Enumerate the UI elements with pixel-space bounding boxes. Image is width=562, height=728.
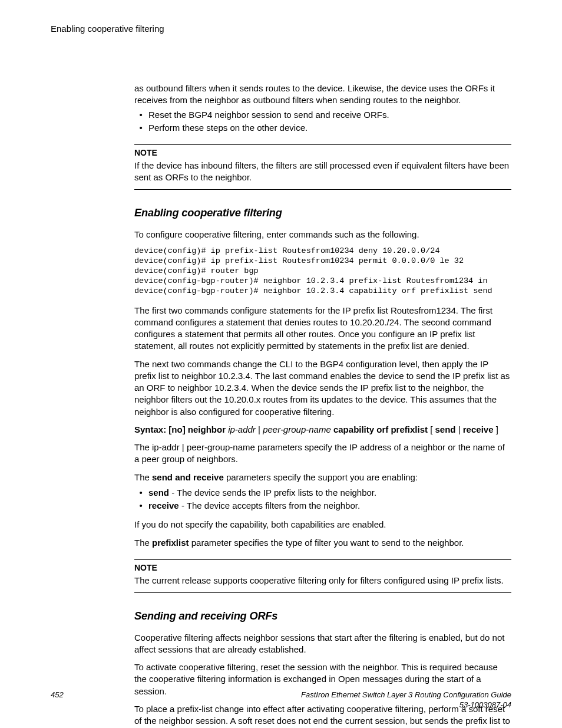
page-footer: 452 FastIron Ethernet Switch Layer 3 Rou…	[51, 690, 511, 710]
list-item: Reset the BGP4 neighbor session to send …	[147, 109, 511, 121]
syntax-bracket: ]	[496, 424, 498, 434]
syntax-arg: peer-group-name	[263, 424, 331, 434]
page-number: 452	[51, 690, 64, 699]
bold-term: send	[148, 487, 169, 498]
text: The	[134, 472, 152, 482]
text: - The device sends the IP prefix lists t…	[169, 487, 376, 498]
section-heading-sending: Sending and receiving ORFs	[134, 608, 496, 624]
section1-p5: If you do not specify the capability, bo…	[134, 519, 511, 531]
text: parameters specify the support you are e…	[224, 472, 418, 482]
syntax-arg: ip-addr	[228, 424, 256, 434]
note-body: If the device has inbound filters, the f…	[134, 160, 511, 184]
continued-paragraph: as outbound filters when it sends routes…	[134, 83, 511, 107]
list-item: Perform these steps on the other device.	[147, 122, 511, 134]
section-heading-enabling: Enabling cooperative filtering	[134, 205, 496, 220]
text: The	[134, 538, 152, 548]
note-rule-top	[134, 144, 511, 145]
syntax-kw: send	[435, 424, 456, 434]
section1-p6: The prefixlist parameter specifies the t…	[134, 537, 511, 549]
send-receive-bullets: send - The device sends the IP prefix li…	[134, 487, 511, 512]
page-content: as outbound filters when it sends routes…	[134, 83, 511, 728]
note-rule-top	[134, 559, 511, 560]
syntax-pipe: |	[258, 424, 263, 434]
note-body: The current release supports cooperative…	[134, 575, 511, 587]
section2-p1: Cooperative filtering affects neighbor s…	[134, 632, 511, 656]
bold-term: prefixlist	[152, 538, 189, 548]
syntax-bracket: [	[430, 424, 435, 434]
syntax-kw: receive	[463, 424, 494, 434]
bold-term: send and receive	[152, 472, 224, 482]
note-rule-bottom	[134, 189, 511, 190]
note-rule-bottom	[134, 592, 511, 593]
guide-title: FastIron Ethernet Switch Layer 3 Routing…	[301, 690, 511, 699]
text: parameter specifies the type of filter y…	[189, 538, 464, 548]
syntax-kw: capability orf prefixlist	[333, 424, 428, 434]
note-label: NOTE	[134, 562, 511, 574]
section1-p4: The send and receive parameters specify …	[134, 472, 511, 483]
bold-term: receive	[148, 500, 179, 510]
footer-guide: FastIron Ethernet Switch Layer 3 Routing…	[301, 690, 511, 710]
code-block: device(config)# ip prefix-list Routesfro…	[134, 246, 511, 296]
section1-p1: The first two commands configure stateme…	[134, 305, 511, 353]
section1-lead: To configure cooperative filtering, ente…	[134, 229, 511, 241]
text: - The device accepts filters from the ne…	[179, 500, 360, 510]
list-item: receive - The device accepts filters fro…	[147, 500, 511, 512]
intro-bullets: Reset the BGP4 neighbor session to send …	[134, 109, 511, 134]
section1-p2: The next two commands change the CLI to …	[134, 358, 511, 418]
doc-number: 53-1003087-04	[459, 700, 511, 709]
page-header-title: Enabling cooperative filtering	[51, 24, 164, 34]
section1-p3: The ip-addr | peer-group-name parameters…	[134, 442, 511, 466]
list-item: send - The device sends the IP prefix li…	[147, 487, 511, 499]
syntax-pipe: |	[458, 424, 463, 434]
syntax-line: Syntax: [no] neighbor ip-addr | peer-gro…	[134, 424, 511, 436]
syntax-kw: Syntax: [no] neighbor	[134, 424, 226, 434]
note-label: NOTE	[134, 147, 511, 159]
